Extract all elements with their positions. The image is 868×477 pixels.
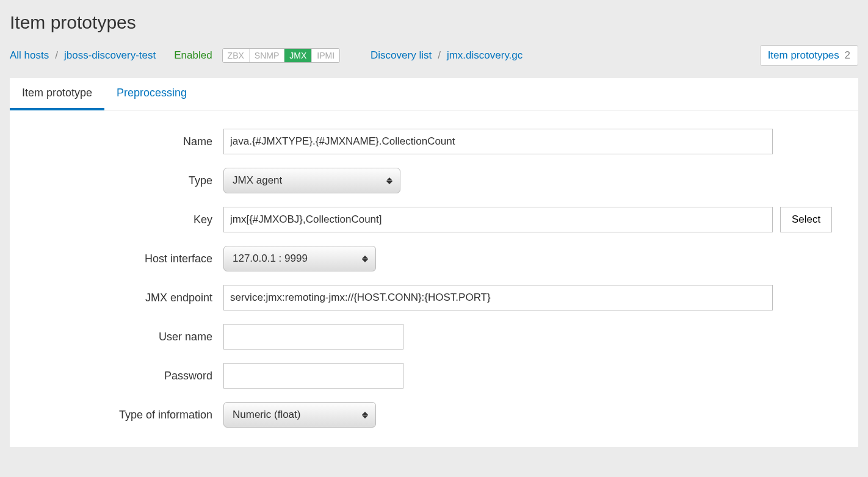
tabs: Item prototype Preprocessing <box>10 78 858 110</box>
select-arrows-icon <box>362 254 368 264</box>
main-panel: Item prototype Preprocessing Name Type J… <box>10 78 858 447</box>
breadcrumb-discovery-rule[interactable]: jmx.discovery.gc <box>447 49 523 62</box>
tab-preprocessing[interactable]: Preprocessing <box>104 78 199 110</box>
label-type-of-information: Type of information <box>22 409 223 421</box>
type-of-information-select[interactable]: Numeric (float) <box>223 402 376 428</box>
tab-item-prototype[interactable]: Item prototype <box>10 78 104 110</box>
page-title: Item prototypes <box>10 6 858 45</box>
host-interface-value: 127.0.0.1 : 9999 <box>233 253 308 265</box>
user-name-input[interactable] <box>223 324 403 350</box>
item-prototypes-count-box[interactable]: Item prototypes 2 <box>760 45 858 66</box>
badge-snmp: SNMP <box>250 49 284 62</box>
badge-zbx: ZBX <box>223 49 250 62</box>
name-input[interactable] <box>223 129 773 154</box>
breadcrumb-all-hosts[interactable]: All hosts <box>10 49 49 62</box>
breadcrumb-discovery-list[interactable]: Discovery list <box>371 49 432 62</box>
breadcrumb: All hosts / jboss-discovery-test Enabled… <box>10 45 858 78</box>
label-user-name: User name <box>22 331 223 343</box>
item-prototypes-label: Item prototypes <box>768 49 839 61</box>
label-name: Name <box>22 135 223 148</box>
item-prototypes-count: 2 <box>845 49 850 61</box>
jmx-endpoint-input[interactable] <box>223 285 773 310</box>
badge-ipmi: IPMI <box>312 49 339 62</box>
type-of-information-value: Numeric (float) <box>233 409 300 421</box>
select-button[interactable]: Select <box>780 207 832 232</box>
breadcrumb-separator: / <box>438 49 441 62</box>
form: Name Type JMX agent Key Select <box>10 110 858 447</box>
select-arrows-icon <box>362 410 368 420</box>
select-arrows-icon <box>386 176 392 185</box>
password-input[interactable] <box>223 363 403 389</box>
type-select-value: JMX agent <box>233 174 282 187</box>
label-type: Type <box>22 174 223 187</box>
host-interface-select[interactable]: 127.0.0.1 : 9999 <box>223 246 376 271</box>
interface-badges: ZBX SNMP JMX IPMI <box>222 48 340 63</box>
type-select[interactable]: JMX agent <box>223 168 400 193</box>
label-password: Password <box>22 370 223 382</box>
status-enabled: Enabled <box>174 49 212 62</box>
key-input[interactable] <box>223 207 773 232</box>
label-key: Key <box>22 213 223 226</box>
badge-jmx: JMX <box>284 49 312 62</box>
breadcrumb-separator: / <box>55 49 58 62</box>
label-jmx-endpoint: JMX endpoint <box>22 292 223 304</box>
label-host-interface: Host interface <box>22 253 223 265</box>
breadcrumb-host[interactable]: jboss-discovery-test <box>64 49 156 62</box>
